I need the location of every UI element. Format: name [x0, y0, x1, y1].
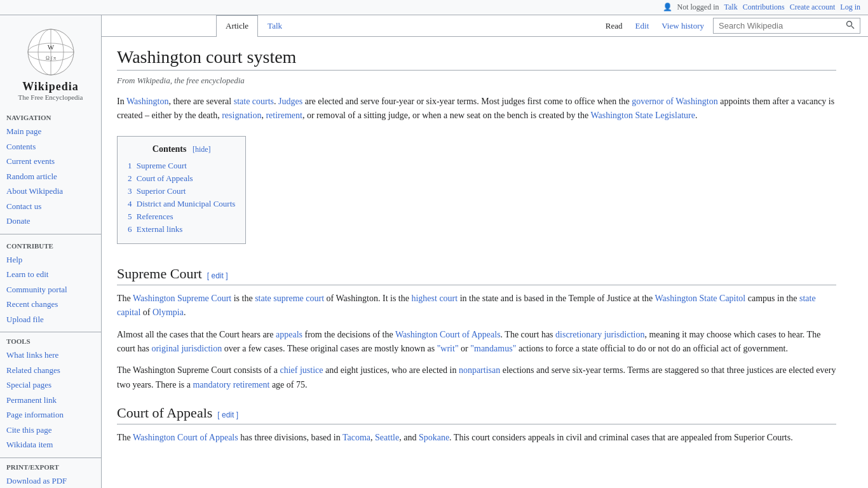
action-edit[interactable]: Edit [629, 16, 656, 36]
toc-list: 1 Supreme Court 2 Court of Appeals 3 Sup… [128, 159, 235, 236]
sidebar-item-contents[interactable]: Contents [5, 139, 96, 154]
sidebar-item-related-changes[interactable]: Related changes [5, 363, 96, 378]
state-supreme-court-link[interactable]: state supreme court [255, 294, 324, 303]
navigation-section: Navigation Main page Contents Current ev… [0, 114, 101, 229]
not-logged-in-text: Not logged in [677, 3, 719, 12]
appeals-link[interactable]: appeals [276, 330, 302, 339]
wa-court-appeals-link2[interactable]: Washington Court of Appeals [133, 433, 238, 442]
contributions-link[interactable]: Contributions [743, 3, 785, 12]
sidebar-item-upload-file[interactable]: Upload file [5, 312, 96, 327]
tab-article[interactable]: Article [216, 15, 258, 37]
state-courts-link[interactable]: state courts [234, 97, 274, 106]
sidebar-divider-1 [0, 234, 101, 234]
toc-link-1[interactable]: 1 Supreme Court [128, 161, 187, 170]
toc-link-6[interactable]: 6 External links [128, 224, 182, 234]
action-view-history[interactable]: View history [655, 16, 710, 36]
sidebar-divider-3 [0, 458, 101, 458]
sidebar-item-special-pages[interactable]: Special pages [5, 377, 96, 393]
sidebar-item-wikidata-item[interactable]: Wikidata item [5, 437, 96, 452]
article-content: Washington court system From Wikipedia, … [102, 37, 851, 468]
contribute-section: Contribute Help Learn to edit Community … [0, 242, 101, 327]
toc-item-4: 4 District and Municipal Courts [128, 198, 235, 210]
section-heading-supreme-court: Supreme Court [ edit ] [117, 266, 836, 285]
svg-line-9 [851, 26, 854, 29]
washington-link[interactable]: Washington [126, 97, 169, 106]
tacoma-link[interactable]: Tacoma [342, 433, 370, 442]
user-icon: 👤 [663, 3, 672, 12]
wiki-subtitle: The Free Encyclopedia [5, 93, 96, 101]
wa-court-of-appeals-link[interactable]: Washington Court of Appeals [395, 330, 501, 339]
sidebar-item-help[interactable]: Help [5, 252, 96, 268]
toc-item-5: 5 References [128, 210, 235, 223]
section-heading-court-of-appeals: Court of Appeals [ edit ] [117, 405, 836, 424]
section2-paragraph-1: The Washington Court of Appeals has thre… [117, 431, 836, 445]
action-read[interactable]: Read [599, 16, 629, 36]
sidebar-item-learn-to-edit[interactable]: Learn to edit [5, 267, 96, 282]
spokane-link[interactable]: Spokane [419, 433, 449, 442]
sidebar-item-contact-us[interactable]: Contact us [5, 199, 96, 214]
logo-area: W Ω ∫ π Wikipedia The Free Encyclopedia [0, 20, 101, 106]
wikipedia-logo: W Ω ∫ π [25, 27, 76, 78]
wa-legislature-link[interactable]: Washington State Legislature [590, 111, 695, 120]
wa-supreme-court-link[interactable]: Washington Supreme Court [133, 294, 231, 303]
svg-point-8 [847, 22, 852, 27]
sidebar-item-download-pdf[interactable]: Download as PDF [5, 473, 96, 489]
toc-hide-button[interactable]: [hide] [193, 145, 211, 154]
search-box [713, 18, 860, 34]
intro-paragraph: In Washington, there are several state c… [117, 95, 836, 123]
tab-talk[interactable]: Talk [258, 15, 292, 37]
tab-right-actions: Read Edit View history [599, 15, 868, 36]
judges-link[interactable]: Judges [278, 97, 302, 106]
nonpartisan-link[interactable]: nonpartisan [459, 365, 500, 375]
main-content-area: Article Talk Read Edit View history [102, 15, 868, 488]
olympia-link[interactable]: Olympia [153, 308, 184, 317]
sidebar-item-permanent-link[interactable]: Permanent link [5, 393, 96, 408]
discretionary-jurisdiction-link[interactable]: discretionary jurisdiction [555, 330, 644, 339]
toc-link-2[interactable]: 2 Court of Appeals [128, 173, 193, 183]
toc-item-2: 2 Court of Appeals [128, 172, 235, 185]
toc-link-3[interactable]: 3 Superior Court [128, 186, 186, 196]
toc-item-6: 6 External links [128, 223, 235, 236]
sidebar-item-community-portal[interactable]: Community portal [5, 282, 96, 297]
toc-item-1: 1 Supreme Court [128, 159, 235, 172]
navigation-title: Navigation [5, 114, 96, 121]
section1-edit-link[interactable]: [ edit ] [207, 271, 228, 280]
sidebar-item-cite-this-page[interactable]: Cite this page [5, 423, 96, 438]
highest-court-link[interactable]: highest court [411, 294, 458, 303]
wa-state-capitol-link[interactable]: Washington State Capitol [655, 294, 746, 303]
resignation-link[interactable]: resignation [222, 111, 261, 120]
talk-link[interactable]: Talk [724, 3, 738, 12]
section2-edit-link[interactable]: [ edit ] [217, 410, 238, 419]
search-button[interactable] [843, 19, 857, 32]
retirement-link[interactable]: retirement [266, 111, 302, 120]
sidebar-item-what-links-here[interactable]: What links here [5, 348, 96, 363]
sidebar-item-recent-changes[interactable]: Recent changes [5, 297, 96, 312]
governor-link[interactable]: governor of Washington [632, 97, 717, 106]
section1-paragraph-3: The Washington Supreme Court consists of… [117, 363, 836, 392]
top-bar: 👤 Not logged in Talk Contributions Creat… [0, 0, 868, 15]
sidebar-item-random-article[interactable]: Random article [5, 169, 96, 184]
page-subtitle: From Wikipedia, the free encyclopedia [117, 76, 836, 86]
sidebar-item-page-information[interactable]: Page information [5, 407, 96, 423]
sidebar-item-current-events[interactable]: Current events [5, 154, 96, 169]
writ-link[interactable]: "writ" [437, 344, 459, 353]
sidebar-item-main-page[interactable]: Main page [5, 124, 96, 139]
search-input[interactable] [716, 18, 843, 33]
contribute-title: Contribute [5, 242, 96, 250]
sidebar-item-about-wikipedia[interactable]: About Wikipedia [5, 184, 96, 199]
create-account-link[interactable]: Create account [790, 3, 836, 12]
mandatory-retirement-link[interactable]: mandatory retirement [193, 380, 269, 390]
original-jurisdiction-link[interactable]: original jurisdiction [151, 344, 222, 353]
toc-title: Contents [hide] [128, 144, 235, 154]
log-in-link[interactable]: Log in [840, 3, 860, 12]
seattle-link[interactable]: Seattle [375, 433, 399, 442]
tools-title: Tools [5, 337, 96, 345]
toc-link-5[interactable]: 5 References [128, 212, 173, 221]
sidebar-item-donate[interactable]: Donate [5, 214, 96, 229]
mandamus-link[interactable]: "mandamus" [470, 344, 516, 353]
section1-paragraph-2: Almost all the cases that the Court hear… [117, 328, 836, 356]
print-title: Print/export [5, 463, 96, 471]
sidebar: W Ω ∫ π Wikipedia The Free Encyclopedia … [0, 15, 102, 488]
toc-link-4[interactable]: 4 District and Municipal Courts [128, 199, 235, 208]
chief-justice-link[interactable]: chief justice [280, 365, 323, 375]
